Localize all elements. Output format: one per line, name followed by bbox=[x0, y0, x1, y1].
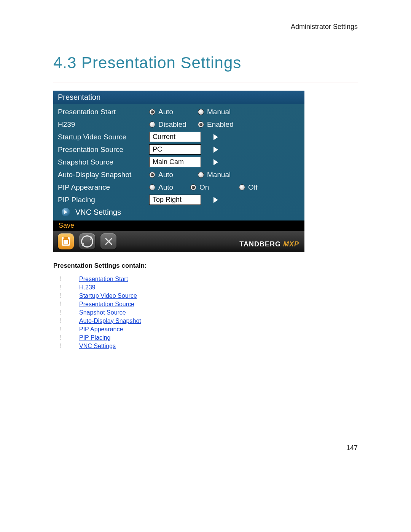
icon-bar: TANDBERG MXP bbox=[53, 231, 304, 252]
breadcrumb: Administrator Settings bbox=[53, 23, 358, 31]
radio-label: On bbox=[199, 183, 209, 192]
radio-label: Off bbox=[248, 183, 258, 192]
select-value: Current bbox=[149, 132, 201, 142]
list-item: !Startup Video Source bbox=[53, 292, 358, 300]
radio-on[interactable]: On bbox=[190, 183, 232, 192]
radio-icon bbox=[149, 172, 155, 178]
select-value: Main Cam bbox=[149, 157, 201, 167]
chevron-right-icon[interactable] bbox=[209, 132, 222, 142]
page-heading: 4.3 Presentation Settings bbox=[53, 54, 358, 72]
link-presentation-start[interactable]: Presentation Start bbox=[79, 275, 128, 283]
label-snapshot-source: Snapshot Source bbox=[58, 158, 149, 166]
list-item: !Auto-Display Snapshot bbox=[53, 317, 358, 325]
label-presentation-source: Presentation Source bbox=[58, 145, 149, 154]
label-pip-placing: PIP Placing bbox=[58, 196, 149, 204]
radio-auto[interactable]: Auto bbox=[149, 183, 183, 192]
row-snapshot-source: Snapshot Source Main Cam bbox=[53, 156, 304, 168]
divider bbox=[53, 83, 358, 83]
content-intro: Presentation Settings contain: bbox=[53, 262, 358, 270]
chevron-right-icon[interactable] bbox=[209, 144, 222, 155]
vnc-settings-button[interactable]: VNC Settings bbox=[53, 206, 304, 220]
row-auto-display-snapshot: Auto-Display Snapshot Auto Manual bbox=[53, 168, 304, 181]
label-pip-appearance: PIP Appearance bbox=[58, 183, 149, 192]
list-item: !PIP Appearance bbox=[53, 325, 358, 334]
radio-enabled[interactable]: Enabled bbox=[198, 120, 240, 129]
radio-label: Manual bbox=[207, 108, 231, 116]
radio-label: Disabled bbox=[158, 120, 186, 129]
chevron-right-icon[interactable] bbox=[209, 157, 222, 167]
radio-icon bbox=[239, 184, 245, 190]
list-item: !VNC Settings bbox=[53, 342, 358, 350]
list-item: !PIP Placing bbox=[53, 334, 358, 342]
radio-icon bbox=[149, 184, 155, 190]
radio-manual[interactable]: Manual bbox=[198, 108, 240, 116]
list-item: !Snapshot Source bbox=[53, 308, 358, 317]
radio-label: Auto bbox=[158, 108, 173, 116]
radio-label: Auto bbox=[158, 183, 173, 192]
list-item: !Presentation Source bbox=[53, 300, 358, 308]
save-button[interactable] bbox=[58, 233, 74, 249]
radio-label: Auto bbox=[158, 171, 173, 179]
radio-icon bbox=[198, 172, 204, 178]
vnc-label: VNC Settings bbox=[75, 208, 121, 217]
radio-disabled[interactable]: Disabled bbox=[149, 120, 191, 129]
row-presentation-source: Presentation Source PC bbox=[53, 143, 304, 156]
radio-icon bbox=[149, 109, 155, 115]
row-startup-video-source: Startup Video Source Current bbox=[53, 131, 304, 143]
play-icon bbox=[62, 208, 70, 216]
refresh-button[interactable] bbox=[79, 233, 95, 249]
content-links: !Presentation Start !H.239 !Startup Vide… bbox=[53, 275, 358, 350]
label-auto-display-snapshot: Auto-Display Snapshot bbox=[58, 171, 149, 179]
panel-title: Presentation bbox=[53, 91, 304, 104]
list-item: !Presentation Start bbox=[53, 275, 358, 283]
link-presentation-source[interactable]: Presentation Source bbox=[79, 300, 134, 308]
link-pip-placing[interactable]: PIP Placing bbox=[79, 334, 110, 342]
row-presentation-start: Presentation Start Auto Manual bbox=[53, 105, 304, 118]
radio-icon bbox=[198, 109, 204, 115]
link-snapshot-source[interactable]: Snapshot Source bbox=[79, 308, 126, 317]
floppy-icon bbox=[62, 237, 70, 246]
brand-logo: TANDBERG MXP bbox=[239, 240, 299, 248]
select-pip-placing[interactable]: Top Right bbox=[149, 195, 222, 205]
label-h239: H239 bbox=[58, 120, 149, 129]
radio-icon bbox=[198, 121, 204, 128]
select-value: Top Right bbox=[149, 195, 201, 205]
close-icon bbox=[104, 237, 113, 246]
link-h239[interactable]: H.239 bbox=[79, 283, 96, 292]
label-presentation-start: Presentation Start bbox=[58, 108, 149, 116]
radio-off[interactable]: Off bbox=[239, 183, 273, 192]
label-startup-video-source: Startup Video Source bbox=[58, 133, 149, 141]
page-number: 147 bbox=[346, 444, 358, 452]
panel-body: Presentation Start Auto Manual H239 Disa… bbox=[53, 104, 304, 220]
radio-manual[interactable]: Manual bbox=[198, 171, 240, 179]
link-auto-display-snapshot[interactable]: Auto-Display Snapshot bbox=[79, 317, 141, 325]
presentation-panel: Presentation Presentation Start Auto Man… bbox=[53, 91, 304, 252]
link-startup-video-source[interactable]: Startup Video Source bbox=[79, 292, 137, 300]
radio-icon bbox=[149, 121, 155, 128]
select-value: PC bbox=[149, 144, 201, 155]
close-button[interactable] bbox=[100, 233, 116, 249]
row-pip-appearance: PIP Appearance Auto On Off bbox=[53, 181, 304, 193]
select-startup-video-source[interactable]: Current bbox=[149, 132, 222, 142]
row-pip-placing: PIP Placing Top Right bbox=[53, 193, 304, 206]
refresh-icon bbox=[79, 233, 96, 250]
link-pip-appearance[interactable]: PIP Appearance bbox=[79, 325, 123, 334]
link-vnc-settings[interactable]: VNC Settings bbox=[79, 342, 116, 350]
list-item: !H.239 bbox=[53, 283, 358, 292]
select-snapshot-source[interactable]: Main Cam bbox=[149, 157, 222, 167]
radio-auto[interactable]: Auto bbox=[149, 171, 191, 179]
select-presentation-source[interactable]: PC bbox=[149, 144, 222, 155]
radio-icon bbox=[190, 184, 196, 190]
radio-auto[interactable]: Auto bbox=[149, 108, 191, 116]
radio-label: Manual bbox=[207, 171, 231, 179]
row-h239: H239 Disabled Enabled bbox=[53, 118, 304, 131]
radio-label: Enabled bbox=[207, 120, 234, 129]
save-label: Save bbox=[53, 220, 304, 231]
chevron-right-icon[interactable] bbox=[209, 195, 222, 205]
